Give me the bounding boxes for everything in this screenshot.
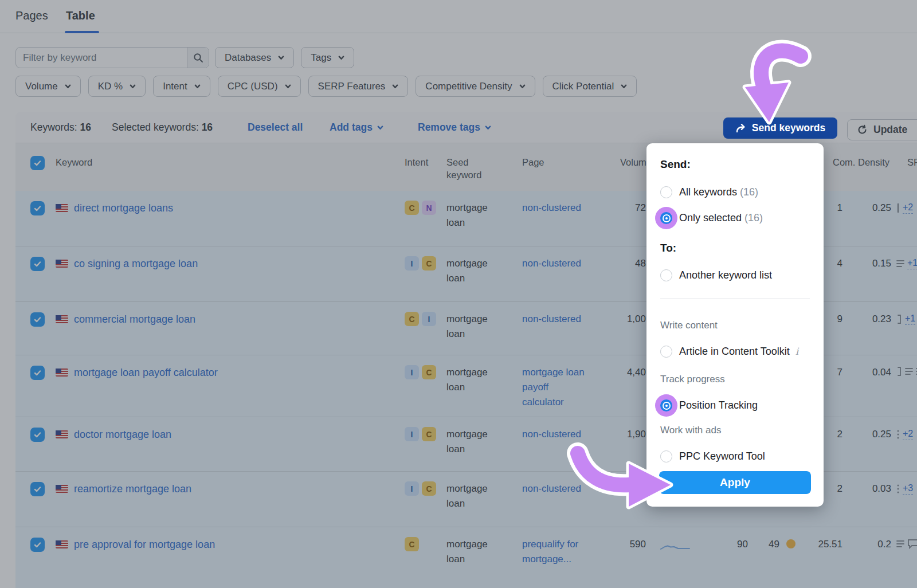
radio-selected[interactable] — [660, 212, 672, 224]
col-header-intent[interactable]: Intent — [405, 156, 428, 168]
select-all-checkbox[interactable] — [30, 156, 45, 170]
radio-option-article-in-content-toolkit[interactable]: Article in Content Toolkiti — [660, 346, 798, 358]
serp-feature-icon — [896, 429, 900, 440]
com-density-cell: 0.25 — [848, 427, 891, 442]
page-link[interactable]: non-clustered — [522, 313, 581, 324]
serp-features-more-link[interactable]: +2 — [903, 428, 913, 440]
update-button[interactable]: Update — [847, 119, 917, 140]
volume-cell: 1,90 — [579, 427, 646, 442]
row-checkbox[interactable] — [30, 482, 45, 496]
radio-unselected[interactable] — [660, 346, 672, 358]
radio-option-only-selected[interactable]: Only selected (16) — [660, 212, 763, 224]
popup-divider — [660, 299, 810, 299]
filter-chip-databases[interactable]: Databases — [215, 47, 294, 68]
remove-tags-dropdown[interactable]: Remove tags — [418, 121, 491, 134]
deselect-all-link[interactable]: Deselect all — [248, 121, 303, 134]
filter-chip-tags[interactable]: Tags — [301, 47, 354, 68]
row-checkbox[interactable] — [30, 312, 45, 327]
page-link[interactable]: non-clustered — [522, 429, 581, 440]
serp-feature-icon — [896, 259, 904, 268]
send-keywords-button[interactable]: Send keywords — [723, 117, 837, 139]
us-flag-icon — [56, 540, 68, 548]
search-button[interactable] — [187, 48, 209, 68]
row-checkbox[interactable] — [30, 366, 45, 380]
row-checkbox[interactable] — [30, 201, 45, 215]
row-checkbox[interactable] — [30, 428, 45, 442]
col-header-com-density[interactable]: Com. Density — [831, 156, 891, 168]
keyword-cell: commercial mortgage loan — [56, 312, 195, 327]
keyword-cell: reamortize mortgage loan — [56, 481, 191, 496]
apply-button[interactable]: Apply — [659, 471, 811, 494]
us-flag-icon — [56, 369, 68, 377]
tab-table[interactable]: Table — [66, 9, 95, 22]
serp-features-cell — [896, 366, 917, 377]
keyword-link[interactable]: co signing a mortgage loan — [74, 256, 198, 271]
page-link[interactable]: non-clustered — [522, 202, 581, 213]
serp-features-more-link[interactable]: +3 — [903, 483, 913, 495]
col-header-seed-keyword[interactable]: Seed keyword — [446, 156, 501, 181]
radio-unselected[interactable] — [660, 269, 672, 281]
row-checkbox[interactable] — [30, 538, 45, 552]
filter-chip-cpc-usd-[interactable]: CPC (USD) — [218, 76, 301, 97]
volume-cell: 72 — [579, 201, 646, 215]
filter-chip-competitive-density[interactable]: Competitive Density — [416, 76, 535, 97]
keyword-link[interactable]: pre approval for mortgage loan — [74, 537, 215, 552]
filter-row-1: DatabasesTags — [215, 47, 354, 68]
filter-chip-serp-features[interactable]: SERP Features — [308, 76, 409, 97]
selected-keywords-count: Selected keywords: 16 — [112, 121, 213, 134]
intent-badge-i: I — [405, 481, 419, 496]
col-header-sf[interactable]: SF — [907, 156, 917, 168]
row-checkbox[interactable] — [30, 257, 45, 271]
trend-sparkline-icon — [660, 542, 690, 551]
radio-selected[interactable] — [660, 399, 672, 411]
filter-chip-click-potential[interactable]: Click Potential — [543, 76, 637, 97]
add-tags-dropdown[interactable]: Add tags — [330, 121, 383, 134]
tab-pages[interactable]: Pages — [15, 9, 48, 22]
page-link[interactable]: mortgage loan payoff calculator — [522, 367, 585, 407]
filter-chip-volume[interactable]: Volume — [15, 76, 81, 97]
col-header-volume[interactable]: Volume — [579, 156, 652, 168]
col-header-page[interactable]: Page — [522, 156, 544, 168]
keyword-link[interactable]: reamortize mortgage loan — [74, 481, 191, 496]
serp-features-cell: +2 — [896, 428, 917, 440]
serp-features-more-link[interactable]: +1 — [907, 257, 917, 269]
serp-features-more-link[interactable]: +2 — [903, 202, 913, 214]
popup-send-heading: Send: — [660, 158, 691, 171]
page-link[interactable]: prequalify for mortgage... — [522, 539, 578, 565]
radio-unselected[interactable] — [660, 450, 672, 462]
us-flag-icon — [56, 204, 68, 212]
filter-chip-kd-[interactable]: KD % — [88, 76, 146, 97]
keyword-cell: pre approval for mortgage loan — [56, 537, 215, 552]
chevron-down-icon — [377, 124, 383, 131]
page-link[interactable]: non-clustered — [522, 258, 581, 269]
serp-features-more-link[interactable]: +1 — [905, 313, 915, 325]
chevron-down-icon — [194, 83, 201, 89]
chevron-down-icon — [130, 83, 136, 89]
serp-features-cell: +1 — [896, 313, 917, 325]
intent-cell: CN — [405, 201, 436, 215]
check-icon — [33, 430, 42, 439]
radio-core — [665, 405, 668, 407]
keyword-link[interactable]: mortgage loan payoff calculator — [74, 365, 218, 380]
keywords-count: Keywords: 16 — [30, 121, 91, 134]
radio-option-all-keywords[interactable]: All keywords (16) — [660, 186, 758, 198]
check-icon — [33, 159, 42, 167]
keyword-filter-input[interactable] — [16, 52, 187, 64]
info-icon[interactable]: i — [795, 346, 798, 357]
col-header-keyword[interactable]: Keyword — [56, 156, 92, 168]
filter-chip-intent[interactable]: Intent — [153, 76, 210, 97]
radio-option-another-keyword-list[interactable]: Another keyword list — [660, 269, 772, 281]
page-link[interactable]: non-clustered — [522, 483, 581, 494]
keyword-link[interactable]: commercial mortgage loan — [74, 312, 195, 327]
chevron-down-icon — [392, 83, 398, 89]
popup-to-heading: To: — [660, 242, 676, 254]
keyword-link[interactable]: direct mortgage loans — [74, 201, 173, 215]
radio-option-ppc-keyword-tool[interactable]: PPC Keyword Tool — [660, 450, 765, 462]
kd-cell: 49 — [745, 537, 779, 552]
radio-option-position-tracking[interactable]: Position Tracking — [660, 399, 758, 411]
intent-badge-n: N — [422, 201, 436, 215]
radio-label: All keywords (16) — [679, 186, 758, 198]
radio-unselected[interactable] — [660, 186, 672, 198]
keyword-link[interactable]: doctor mortgage loan — [74, 427, 171, 442]
intent-cell: IC — [405, 427, 436, 441]
